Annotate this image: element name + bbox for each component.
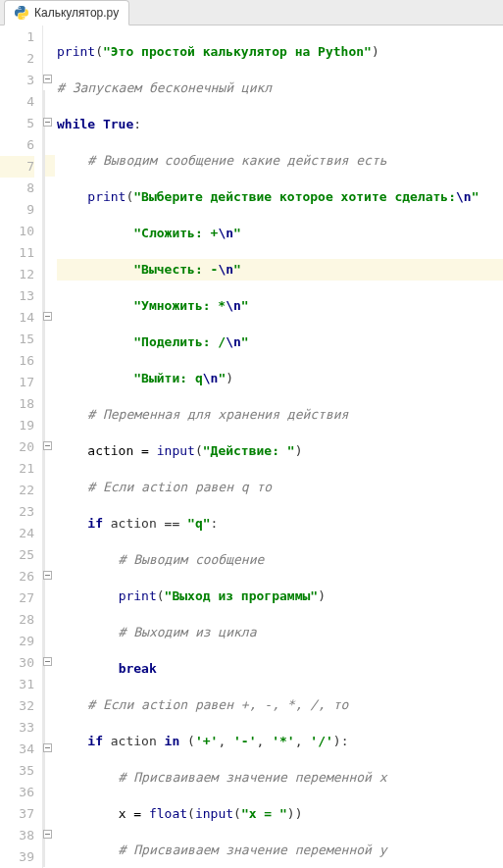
line-number: 17 bbox=[0, 372, 34, 393]
line-number: 9 bbox=[0, 199, 34, 221]
line-number: 13 bbox=[0, 285, 34, 307]
line-number: 37 bbox=[0, 803, 34, 825]
code-line: "Сложить: +\n" bbox=[57, 223, 503, 244]
line-number: 33 bbox=[0, 717, 34, 739]
line-number: 16 bbox=[0, 350, 34, 372]
fold-strip bbox=[43, 26, 55, 868]
code-line: # Запускаем бесконечный цикл bbox=[57, 77, 503, 99]
line-number: 30 bbox=[0, 652, 34, 674]
fold-toggle-icon[interactable] bbox=[43, 441, 52, 450]
code-line: if action == "q": bbox=[57, 513, 503, 535]
line-number: 10 bbox=[0, 221, 34, 242]
line-number: 6 bbox=[0, 134, 34, 156]
line-number: 25 bbox=[0, 544, 34, 566]
code-line: # Присваиваем значение переменной y bbox=[57, 840, 503, 861]
code-line: # Переменная для хранения действия bbox=[57, 404, 503, 426]
line-number: 28 bbox=[0, 609, 34, 631]
code-line: print("Выход из программы") bbox=[57, 586, 503, 607]
fold-toggle-icon[interactable] bbox=[43, 312, 52, 321]
line-number: 2 bbox=[0, 48, 34, 70]
file-tab-label: Калькулятор.py bbox=[34, 6, 119, 20]
fold-toggle-icon[interactable] bbox=[43, 571, 52, 580]
line-number: 24 bbox=[0, 523, 34, 544]
line-number: 1 bbox=[0, 26, 34, 48]
line-number: 11 bbox=[0, 242, 34, 264]
line-number: 4 bbox=[0, 91, 34, 113]
line-number: 31 bbox=[0, 674, 34, 695]
code-line: action = input("Действие: ") bbox=[57, 440, 503, 462]
tab-bar: Калькулятор.py bbox=[0, 0, 503, 26]
line-number: 7 bbox=[0, 156, 34, 178]
code-line: x = float(input("x = ")) bbox=[57, 803, 503, 825]
line-number: 15 bbox=[0, 329, 34, 350]
fold-toggle-icon[interactable] bbox=[43, 118, 52, 127]
file-tab[interactable]: Калькулятор.py bbox=[4, 0, 129, 26]
fold-toggle-icon[interactable] bbox=[43, 75, 52, 83]
gutter: 1 2 3 4 5 6 7 8 9 10 11 12 13 14 15 16 1… bbox=[0, 26, 43, 868]
fold-toggle-icon[interactable] bbox=[43, 743, 52, 752]
code-line: break bbox=[57, 658, 503, 680]
code-line: if action in ('+', '-', '*', '/'): bbox=[57, 731, 503, 752]
code-line: "Выйти: q\n") bbox=[57, 368, 503, 389]
line-number: 27 bbox=[0, 587, 34, 609]
line-number: 32 bbox=[0, 695, 34, 717]
line-number: 22 bbox=[0, 480, 34, 501]
code-line: # Присваиваем значение переменной x bbox=[57, 767, 503, 789]
code-line: print("Это простой калькулятор на Python… bbox=[57, 41, 503, 63]
python-file-icon bbox=[15, 6, 28, 20]
line-number: 12 bbox=[0, 264, 34, 285]
code-line: "Поделить: /\n" bbox=[57, 332, 503, 353]
line-number: 23 bbox=[0, 501, 34, 523]
code-line: # Выходим из цикла bbox=[57, 622, 503, 643]
code-line: while True: bbox=[57, 114, 503, 135]
code-line: # Если action равен +, -, *, /, то bbox=[57, 694, 503, 716]
line-number: 18 bbox=[0, 393, 34, 415]
line-number: 21 bbox=[0, 458, 34, 480]
line-number: 5 bbox=[0, 113, 34, 134]
editor[interactable]: 1 2 3 4 5 6 7 8 9 10 11 12 13 14 15 16 1… bbox=[0, 26, 503, 868]
fold-toggle-icon[interactable] bbox=[43, 657, 52, 666]
line-number: 14 bbox=[0, 307, 34, 329]
code-line-highlighted: "Вычесть: -\n" bbox=[57, 259, 503, 281]
fold-toggle-icon[interactable] bbox=[43, 830, 52, 839]
line-number: 20 bbox=[0, 436, 34, 458]
line-number: 35 bbox=[0, 760, 34, 782]
line-number: 19 bbox=[0, 415, 34, 436]
code-line: # Выводим сообщение bbox=[57, 549, 503, 571]
line-number: 26 bbox=[0, 566, 34, 587]
code-line: # Выводим сообщение какие действия есть bbox=[57, 150, 503, 172]
line-number: 36 bbox=[0, 782, 34, 803]
line-number: 29 bbox=[0, 631, 34, 652]
code-line: "Умножить: *\n" bbox=[57, 295, 503, 317]
code-line: print("Выберите действие которое хотите … bbox=[57, 186, 503, 208]
line-number: 8 bbox=[0, 178, 34, 199]
code-area[interactable]: print("Это простой калькулятор на Python… bbox=[55, 26, 503, 868]
line-number: 34 bbox=[0, 739, 34, 760]
line-number: 3 bbox=[0, 70, 34, 91]
line-number: 38 bbox=[0, 825, 34, 846]
line-number: 39 bbox=[0, 846, 34, 868]
code-line: # Если action равен q то bbox=[57, 477, 503, 498]
